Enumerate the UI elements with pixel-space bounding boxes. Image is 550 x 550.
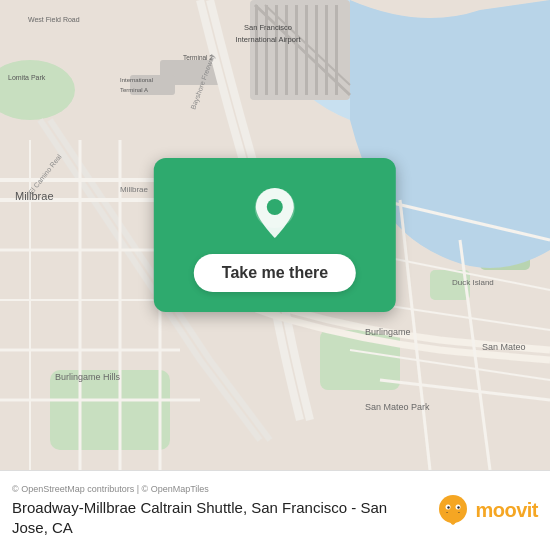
svg-text:San Francisco: San Francisco bbox=[244, 23, 292, 32]
green-card: Take me there bbox=[154, 158, 396, 312]
footer: © OpenStreetMap contributors | © OpenMap… bbox=[0, 470, 550, 550]
svg-rect-12 bbox=[305, 5, 308, 95]
svg-rect-14 bbox=[325, 5, 328, 95]
svg-text:International Airport: International Airport bbox=[235, 35, 301, 44]
svg-text:Burlingame: Burlingame bbox=[365, 327, 411, 337]
map-pin-icon bbox=[251, 186, 299, 242]
svg-text:International: International bbox=[120, 77, 153, 83]
svg-text:San Mateo: San Mateo bbox=[482, 342, 526, 352]
location-title: Broadway-Millbrae Caltrain Shuttle, San … bbox=[12, 498, 423, 537]
svg-text:Lomita Park: Lomita Park bbox=[8, 74, 46, 81]
svg-text:Millbrae: Millbrae bbox=[120, 185, 149, 194]
svg-rect-11 bbox=[295, 5, 298, 95]
map-container: West Field Road San Francisco Internatio… bbox=[0, 0, 550, 470]
footer-text-block: © OpenStreetMap contributors | © OpenMap… bbox=[12, 484, 423, 537]
svg-rect-10 bbox=[285, 5, 288, 95]
svg-rect-7 bbox=[255, 5, 258, 95]
svg-text:Millbrae: Millbrae bbox=[15, 190, 54, 202]
attribution-text: © OpenStreetMap contributors | © OpenMap… bbox=[12, 484, 423, 494]
button-overlay: Take me there bbox=[154, 158, 396, 312]
svg-text:Terminal A: Terminal A bbox=[120, 87, 148, 93]
svg-rect-9 bbox=[275, 5, 278, 95]
moovit-logo: moovit bbox=[435, 493, 538, 529]
take-me-there-button[interactable]: Take me there bbox=[194, 254, 356, 292]
svg-text:San Mateo Park: San Mateo Park bbox=[365, 402, 430, 412]
svg-text:West Field Road: West Field Road bbox=[28, 16, 80, 23]
svg-rect-13 bbox=[315, 5, 318, 95]
svg-text:Burlingame Hills: Burlingame Hills bbox=[55, 372, 121, 382]
svg-point-56 bbox=[267, 199, 283, 215]
moovit-mascot-icon bbox=[435, 493, 471, 529]
svg-rect-2 bbox=[50, 370, 170, 450]
moovit-brand-text: moovit bbox=[475, 499, 538, 522]
svg-point-60 bbox=[448, 506, 450, 508]
svg-text:Duck Island: Duck Island bbox=[452, 278, 494, 287]
svg-point-61 bbox=[458, 506, 460, 508]
